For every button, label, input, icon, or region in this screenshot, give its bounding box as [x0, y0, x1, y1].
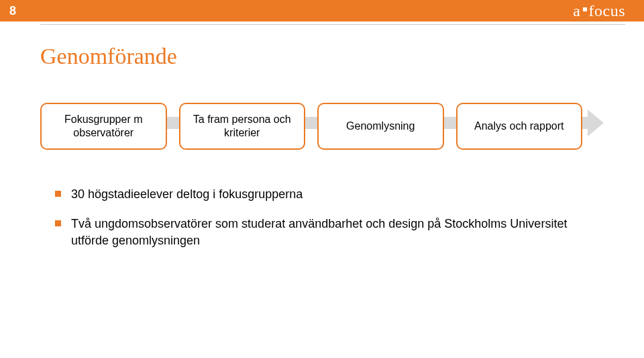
process-flow: Fokusgrupper m observatörer Ta fram pers…	[40, 96, 604, 156]
flow-step-3: Genomlysning	[317, 103, 444, 150]
logo-suffix: focus	[589, 2, 625, 20]
top-bar: 8 a focus	[0, 0, 644, 21]
list-item: Två ungdomsobservatörer som studerat anv…	[55, 216, 604, 249]
page-title: Genomförande	[40, 44, 604, 69]
logo-prefix: a	[573, 2, 580, 20]
flow-step-1: Fokusgrupper m observatörer	[40, 103, 167, 150]
bullet-list: 30 högstadieelever deltog i fokusgrupper…	[40, 186, 604, 249]
list-item: 30 högstadieelever deltog i fokusgrupper…	[55, 186, 604, 202]
flow-step-4: Analys och rapport	[456, 103, 583, 150]
flow-boxes: Fokusgrupper m observatörer Ta fram pers…	[40, 103, 604, 150]
content-area: Genomförande Fokusgrupper m observatörer…	[0, 25, 644, 249]
logo-dot-icon	[583, 7, 587, 11]
logo: a focus	[573, 2, 625, 20]
flow-step-2: Ta fram persona och kriterier	[179, 103, 306, 150]
page-number: 8	[9, 4, 16, 18]
